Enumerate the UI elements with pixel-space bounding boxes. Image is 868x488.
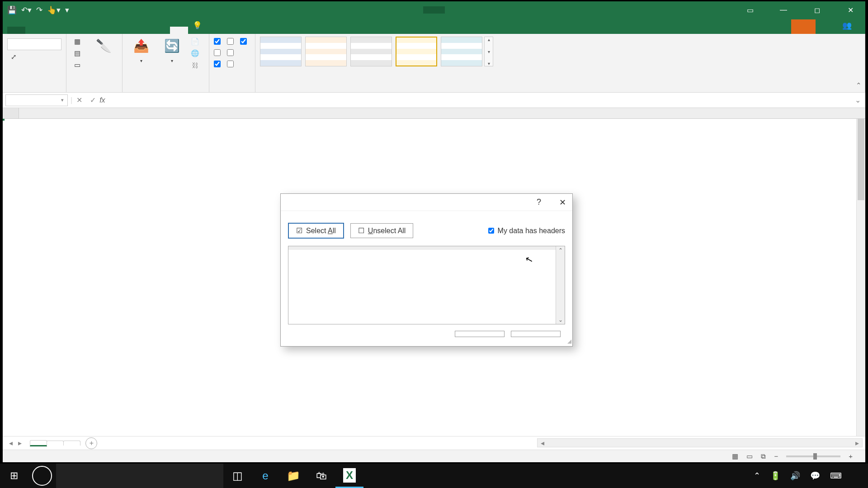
excel-taskbar-icon[interactable]: X xyxy=(335,464,363,488)
group-table-styles: ▴▾▾ xyxy=(255,34,865,92)
last-column-checkbox[interactable] xyxy=(227,48,237,57)
listbox-scrollbar[interactable]: ⌃⌄ xyxy=(556,246,565,324)
tab-view[interactable] xyxy=(152,27,170,34)
select-all-button[interactable]: ☑Select All xyxy=(288,223,344,239)
unlink-button: ⛓ xyxy=(189,60,204,70)
table-styles-gallery[interactable]: ▴▾▾ xyxy=(260,37,493,66)
tab-home[interactable] xyxy=(25,27,43,34)
save-icon[interactable]: 💾 xyxy=(7,5,17,15)
sheet-tab-total[interactable] xyxy=(47,441,64,446)
ribbon-display-icon[interactable]: ▭ xyxy=(740,1,760,19)
zoom-slider[interactable] xyxy=(786,455,840,457)
tell-me-search[interactable]: 💡 xyxy=(188,17,215,34)
touch-mouse-icon[interactable]: 👆▾ xyxy=(47,5,61,15)
enter-formula-icon[interactable]: ✓ xyxy=(86,96,99,104)
qat-customize-icon[interactable]: ▾ xyxy=(65,5,69,15)
tray-chevron-icon[interactable]: ⌃ xyxy=(754,471,760,481)
group-external-data: 📤▾ 🔄▾ 📄 🌐 ⛓ xyxy=(123,34,209,92)
total-row-checkbox[interactable] xyxy=(214,48,224,57)
collapse-ribbon-icon[interactable]: ⌃ xyxy=(856,81,862,89)
sheet-tab-quarter3[interactable] xyxy=(30,440,47,446)
tab-design[interactable] xyxy=(170,27,188,34)
contextual-tab-label xyxy=(423,6,445,14)
minimize-icon[interactable]: — xyxy=(773,1,794,19)
convert-range-button[interactable]: ▭ xyxy=(71,60,87,70)
insert-slicer-button[interactable]: 🔪 xyxy=(90,37,118,56)
dialog-close-icon[interactable]: ✕ xyxy=(559,197,566,207)
table-style-swatch[interactable] xyxy=(305,37,347,66)
vertical-scrollbar[interactable] xyxy=(856,119,865,436)
tab-data[interactable] xyxy=(116,27,134,34)
table-name-input[interactable] xyxy=(7,38,61,50)
tab-draw[interactable] xyxy=(61,27,80,34)
first-column-checkbox[interactable] xyxy=(227,37,237,46)
zoom-out-icon[interactable]: − xyxy=(774,452,778,460)
volume-icon[interactable]: 🔊 xyxy=(790,471,800,481)
view-page-break-icon[interactable]: ⧉ xyxy=(761,452,766,460)
group-style-options xyxy=(209,34,255,92)
tab-page-layout[interactable] xyxy=(80,27,98,34)
edge-icon[interactable]: e xyxy=(251,464,279,488)
refresh-button[interactable]: 🔄▾ xyxy=(158,37,186,63)
table-style-swatch[interactable] xyxy=(260,37,302,66)
unlink-icon: ⛓ xyxy=(190,61,199,69)
header-row-checkbox[interactable] xyxy=(214,37,224,46)
table-style-swatch-selected[interactable] xyxy=(396,37,437,66)
redo-icon[interactable]: ↷ xyxy=(36,5,42,15)
pivot-icon: ▦ xyxy=(73,38,82,46)
selection-outline xyxy=(3,119,5,121)
cancel-button[interactable] xyxy=(511,331,561,337)
resize-grip-icon[interactable]: ◢ xyxy=(567,338,571,344)
undo-icon[interactable]: ↶▾ xyxy=(21,5,32,15)
unselect-all-button[interactable]: ☐Unselect All xyxy=(350,223,414,238)
select-all-corner[interactable] xyxy=(3,108,19,118)
table-style-swatch[interactable] xyxy=(441,37,482,66)
view-normal-icon[interactable]: ▦ xyxy=(732,452,738,460)
name-box[interactable]: ▾ xyxy=(5,94,68,106)
cortana-search-input[interactable] xyxy=(56,464,223,488)
filter-button-checkbox[interactable] xyxy=(240,37,250,46)
action-center-icon[interactable]: 💬 xyxy=(810,471,820,481)
new-sheet-button[interactable]: + xyxy=(85,437,97,449)
cancel-formula-icon[interactable]: ✕ xyxy=(72,96,86,104)
export-button[interactable]: 📤▾ xyxy=(127,37,155,63)
start-button[interactable]: ⊞ xyxy=(0,464,28,488)
cortana-icon[interactable] xyxy=(28,464,56,488)
tab-review[interactable] xyxy=(134,27,152,34)
banded-columns-checkbox[interactable] xyxy=(227,59,237,69)
banded-rows-checkbox[interactable] xyxy=(214,59,224,69)
tab-insert[interactable] xyxy=(43,27,61,34)
close-icon[interactable]: ✕ xyxy=(840,1,861,19)
fx-icon[interactable]: fx xyxy=(99,96,110,104)
ok-button[interactable] xyxy=(455,331,505,337)
store-icon[interactable]: 🛍 xyxy=(307,464,335,488)
gallery-scroll[interactable]: ▴▾▾ xyxy=(484,37,493,66)
zoom-in-icon[interactable]: + xyxy=(849,452,853,460)
horizontal-scrollbar[interactable]: ◂▸ xyxy=(537,438,863,447)
group-properties: ⤢ xyxy=(3,34,66,92)
remove-duplicates-button[interactable]: ▤ xyxy=(71,48,87,58)
tab-formulas[interactable] xyxy=(98,27,116,34)
keyboard-icon[interactable]: ⌨ xyxy=(830,471,842,481)
my-data-has-headers-checkbox[interactable]: My data has headers xyxy=(488,227,565,235)
select-all-icon: ☑ xyxy=(296,226,302,235)
sheet-nav-buttons[interactable]: ◂ ▸ xyxy=(3,439,30,447)
resize-icon: ⤢ xyxy=(9,53,18,61)
share-icon: 👥 xyxy=(842,21,852,30)
expand-formula-bar-icon[interactable]: ⌄ xyxy=(855,96,865,104)
task-view-icon[interactable]: ◫ xyxy=(223,464,251,488)
columns-listbox[interactable]: ⌃⌄ xyxy=(288,246,565,324)
battery-icon[interactable]: 🔋 xyxy=(770,471,780,481)
resize-table-button[interactable]: ⤢ xyxy=(7,52,23,62)
maximize-icon[interactable]: ◻ xyxy=(807,1,827,19)
dialog-help-icon[interactable]: ? xyxy=(537,197,541,207)
summarize-pivot-button[interactable]: ▦ xyxy=(71,37,87,47)
file-explorer-icon[interactable]: 📁 xyxy=(279,464,307,488)
view-page-layout-icon[interactable]: ▭ xyxy=(746,452,753,460)
status-bar: ▦ ▭ ⧉ − + xyxy=(3,450,865,462)
duplicates-icon: ▤ xyxy=(73,49,82,57)
tab-file[interactable] xyxy=(7,27,25,34)
sheet-tab-tenure[interactable] xyxy=(63,441,80,446)
share-button[interactable]: 👥 xyxy=(832,17,865,34)
table-style-swatch[interactable] xyxy=(350,37,392,66)
